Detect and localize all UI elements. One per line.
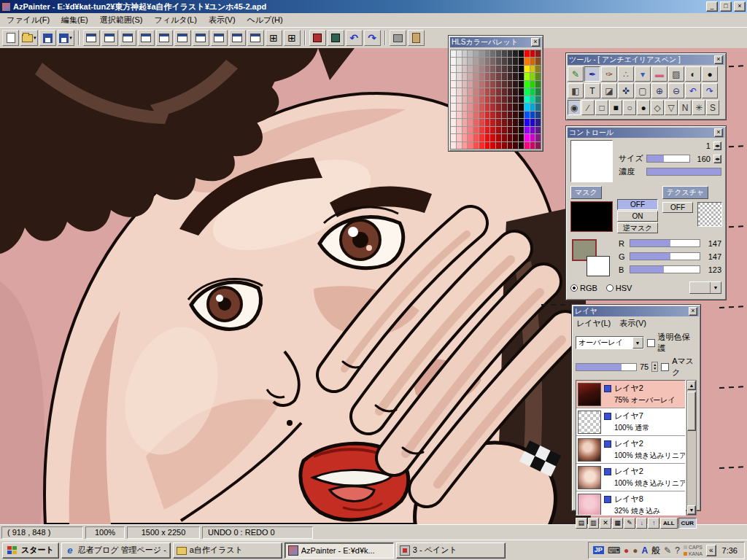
scroll-thumb[interactable]: [687, 392, 696, 431]
hls-color-cell[interactable]: [462, 66, 468, 72]
hls-color-cell[interactable]: [468, 58, 473, 64]
hls-color-cell[interactable]: [457, 88, 462, 95]
hls-color-cell[interactable]: [525, 142, 530, 149]
menu-item-4[interactable]: 表示(V): [203, 13, 241, 27]
hls-color-cell[interactable]: [468, 127, 473, 133]
menu-item-1[interactable]: 編集(E): [55, 13, 94, 27]
hls-color-cell[interactable]: [530, 119, 535, 125]
hls-color-cell[interactable]: [457, 66, 462, 72]
help-tray-icon[interactable]: ?: [675, 546, 680, 555]
hls-color-cell[interactable]: [490, 88, 495, 95]
hls-color-cell[interactable]: [485, 73, 490, 79]
hls-color-cell[interactable]: [530, 66, 535, 72]
hls-color-cell[interactable]: [525, 119, 530, 125]
hls-color-cell[interactable]: [513, 119, 518, 125]
hls-color-cell[interactable]: [479, 104, 484, 110]
g-slider[interactable]: [630, 252, 700, 260]
hls-color-cell[interactable]: [513, 142, 518, 149]
polyline-shape-tool[interactable]: N: [678, 100, 692, 115]
hls-color-cell[interactable]: [485, 88, 490, 95]
hls-color-cell[interactable]: [457, 104, 462, 110]
hls-color-cell[interactable]: [530, 127, 535, 133]
hls-color-cell[interactable]: [451, 96, 456, 103]
zoom-in-tool[interactable]: ⊕: [651, 83, 667, 98]
hls-color-cell[interactable]: [457, 127, 462, 133]
ellipse-shape-tool[interactable]: ○: [623, 100, 636, 115]
hls-color-cell[interactable]: [519, 66, 524, 72]
hls-color-cell[interactable]: [485, 112, 490, 118]
hls-color-cell[interactable]: [485, 104, 490, 110]
hls-color-cell[interactable]: [462, 142, 468, 149]
menu-item-5[interactable]: ヘルプ(H): [241, 13, 289, 27]
hls-color-cell[interactable]: [457, 119, 462, 125]
hls-color-cell[interactable]: [496, 50, 501, 57]
toggle-imagelist-window-button[interactable]: [211, 30, 228, 46]
hls-color-cell[interactable]: [468, 142, 473, 149]
hls-color-cell[interactable]: [513, 112, 518, 118]
hls-color-cell[interactable]: [508, 73, 513, 79]
stamp-button[interactable]: [390, 30, 406, 46]
hls-color-cell[interactable]: [485, 142, 490, 149]
hls-color-cell[interactable]: [525, 81, 530, 88]
hls-color-cell[interactable]: [490, 127, 495, 133]
hls-color-cell[interactable]: [479, 134, 484, 141]
grid-split-button[interactable]: ⊞: [284, 30, 301, 46]
polygon-shape-tool[interactable]: ◇: [651, 100, 664, 115]
mask-inverse-button[interactable]: 逆マスク: [617, 222, 658, 233]
hls-color-cell[interactable]: [485, 58, 490, 64]
toggle-layer-window-button[interactable]: [120, 30, 136, 46]
move-layer-up-button[interactable]: ↑: [648, 518, 659, 529]
combine-layer-button[interactable]: ▦: [612, 518, 624, 529]
select-tool[interactable]: ▢: [635, 83, 651, 98]
halftone-tool[interactable]: ◪: [601, 83, 617, 98]
amask-checkbox[interactable]: [661, 363, 669, 371]
hls-color-cell[interactable]: [508, 66, 513, 72]
hls-color-cell[interactable]: [468, 50, 473, 57]
hls-color-cell[interactable]: [451, 142, 456, 149]
layer-palette-titlebar[interactable]: レイヤ ×: [573, 306, 699, 316]
hls-color-cell[interactable]: [535, 127, 541, 133]
b-slider[interactable]: [630, 265, 700, 273]
hls-color-cell[interactable]: [519, 112, 524, 118]
hls-color-cell[interactable]: [508, 119, 513, 125]
bucket-fill-tool[interactable]: ▽: [665, 100, 678, 115]
freehand-shape-tool[interactable]: ◉: [568, 100, 581, 115]
hls-color-cell[interactable]: [462, 104, 468, 110]
size-spinner[interactable]: ◂▸: [713, 155, 721, 163]
hls-color-cell[interactable]: [530, 50, 535, 57]
menu-item-2[interactable]: 選択範囲(S): [94, 13, 149, 27]
hls-color-cell[interactable]: [525, 127, 530, 133]
redo-button[interactable]: ↷: [364, 30, 381, 46]
hls-color-cell[interactable]: [502, 73, 507, 79]
hls-color-cell[interactable]: [490, 96, 495, 103]
hls-color-cell[interactable]: [535, 50, 541, 57]
hls-color-cell[interactable]: [462, 50, 468, 57]
new-file-button[interactable]: [2, 30, 19, 46]
hls-color-cell[interactable]: [496, 73, 501, 79]
hls-color-cell[interactable]: [508, 81, 513, 88]
hls-color-cell[interactable]: [496, 142, 501, 149]
hls-color-cell[interactable]: [535, 81, 541, 88]
layer-opacity-slider[interactable]: [576, 363, 637, 371]
hls-color-cell[interactable]: [535, 88, 541, 95]
ime-mode-han-icon[interactable]: 般: [651, 546, 660, 555]
hls-color-cell[interactable]: [502, 112, 507, 118]
undo-tool[interactable]: ↶: [685, 83, 701, 98]
hls-color-cell[interactable]: [519, 127, 524, 133]
draw-color-button[interactable]: [309, 30, 326, 46]
keyboard-icon[interactable]: ⌨: [608, 546, 620, 555]
hls-color-cell[interactable]: [513, 50, 518, 57]
start-button[interactable]: スタート: [2, 542, 59, 559]
hls-color-cell[interactable]: [451, 50, 456, 57]
hls-color-cell[interactable]: [502, 134, 507, 141]
hls-color-cell[interactable]: [462, 112, 468, 118]
close-button[interactable]: ×: [734, 1, 746, 12]
layer-menu-view[interactable]: 表示(V): [619, 318, 646, 329]
hls-color-cell[interactable]: [468, 81, 473, 88]
task-ninja-blog-button[interactable]: e忍者ブログ 管理ページ -..: [61, 542, 171, 559]
fill-rect-shape-tool[interactable]: ■: [609, 100, 622, 115]
scroll-up-icon[interactable]: ▲: [687, 381, 696, 390]
airbrush-tool[interactable]: ∴: [618, 66, 634, 82]
hls-color-cell[interactable]: [519, 58, 524, 64]
hls-color-cell[interactable]: [479, 142, 484, 149]
